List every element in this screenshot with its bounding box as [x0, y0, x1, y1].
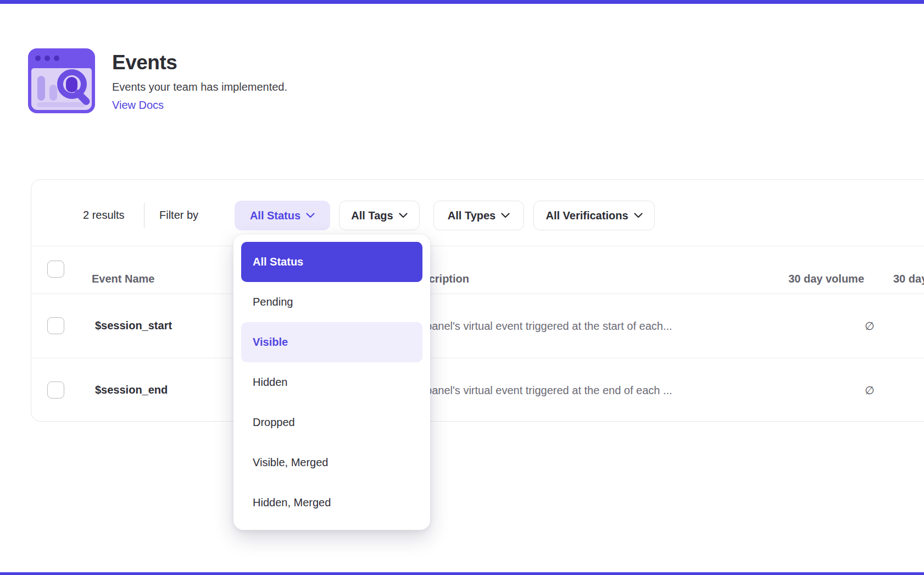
window-dot-icon: [35, 56, 41, 61]
events-table-card: 2 results Filter by All Status All Tags …: [31, 179, 924, 422]
types-filter-button[interactable]: All Types: [433, 201, 524, 230]
bar-chart-bar: [49, 85, 57, 101]
status-option-dropped[interactable]: Dropped: [241, 402, 422, 443]
event-description-cell: Mixpanel's virtual event triggered at th…: [409, 384, 672, 397]
verifications-filter-label: All Verifications: [546, 209, 628, 222]
verifications-filter-button[interactable]: All Verifications: [533, 201, 655, 230]
window-body: [31, 68, 92, 110]
table-row[interactable]: $session_start Mixpanel's virtual event …: [31, 294, 924, 358]
bar-chart-bar: [37, 76, 45, 101]
chevron-down-icon: [306, 213, 315, 218]
results-count: 2 results: [83, 209, 125, 222]
filter-by-label: Filter by: [159, 209, 198, 222]
status-option-all-status[interactable]: All Status: [241, 242, 422, 282]
status-option-hidden[interactable]: Hidden: [241, 362, 422, 402]
bottom-accent-bar: [0, 572, 924, 575]
event-name-cell: $session_start: [95, 319, 172, 332]
status-option-visible[interactable]: Visible: [241, 322, 422, 362]
column-header-30-day-volume[interactable]: 30 day volume: [754, 273, 864, 285]
column-header-event-name[interactable]: Event Name: [92, 273, 155, 285]
chevron-down-icon: [634, 213, 643, 218]
top-accent-bar: [0, 0, 924, 4]
window-dot-icon: [54, 56, 59, 61]
status-option-visible-merged[interactable]: Visible, Merged: [241, 443, 422, 483]
bar-chart-bar: [37, 102, 85, 107]
tags-filter-button[interactable]: All Tags: [339, 201, 420, 230]
status-dropdown-menu: All Status Pending Visible Hidden Droppe…: [233, 235, 430, 530]
page-title: Events: [112, 51, 177, 74]
events-page-icon: [28, 48, 95, 113]
volume-cell: ∅: [861, 384, 878, 397]
event-description-cell: Mixpanel's virtual event triggered at th…: [409, 320, 672, 333]
row-checkbox[interactable]: [47, 382, 64, 399]
volume-cell: ∅: [861, 319, 878, 333]
view-docs-link[interactable]: View Docs: [112, 99, 164, 112]
types-filter-label: All Types: [448, 209, 496, 222]
status-option-hidden-merged[interactable]: Hidden, Merged: [241, 483, 422, 523]
page-subtitle: Events your team has implemented.: [112, 81, 287, 93]
chevron-down-icon: [501, 213, 510, 218]
event-name-cell: $session_end: [95, 384, 168, 396]
window-dot-icon: [44, 56, 50, 61]
chevron-down-icon: [399, 213, 408, 218]
table-top-border: [31, 246, 924, 246]
status-filter-label: All Status: [250, 209, 300, 222]
tags-filter-label: All Tags: [351, 209, 393, 222]
select-all-checkbox[interactable]: [47, 261, 64, 278]
status-filter-button[interactable]: All Status: [235, 201, 330, 230]
row-checkbox[interactable]: [47, 317, 64, 334]
status-option-pending[interactable]: Pending: [241, 282, 422, 322]
table-row[interactable]: $session_end Mixpanel's virtual event tr…: [31, 358, 924, 422]
toolbar-divider: [144, 203, 144, 228]
column-header-clipped: 30 day: [893, 273, 924, 285]
events-lexicon-page: Events Events your team has implemented.…: [0, 0, 924, 575]
